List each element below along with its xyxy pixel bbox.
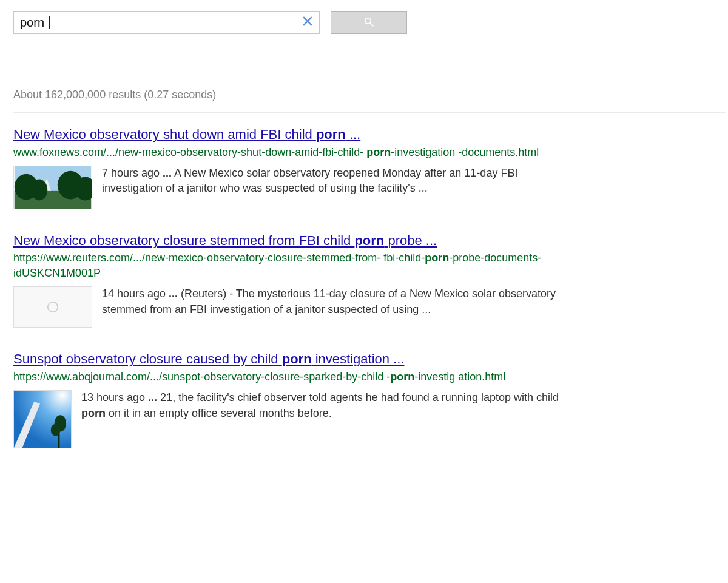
- close-icon: [302, 16, 313, 29]
- snippet-bold: ...: [169, 288, 178, 300]
- search-icon: [363, 16, 374, 29]
- search-button[interactable]: [331, 11, 407, 34]
- snippet-text: 7 hours ago: [102, 167, 163, 179]
- result-title-bold: porn: [354, 233, 384, 248]
- result-title-link[interactable]: New Mexico observatory closure stemmed f…: [13, 233, 437, 248]
- result-thumbnail: [13, 390, 72, 448]
- result-title-text: Sunspot observatory closure caused by ch…: [13, 351, 282, 366]
- snippet-text: 21, the facility's chief observer told a…: [157, 391, 559, 403]
- result-url: https://www.reuters.com/.../new-mexico-o…: [13, 251, 596, 280]
- result-title-suffix: probe ...: [384, 233, 437, 248]
- search-result: New Mexico observatory closure stemmed f…: [13, 232, 608, 328]
- result-url: www.foxnews.com/.../new-mexico-observato…: [13, 145, 596, 160]
- result-snippet: 14 hours ago ... (Reuters) - The mysteri…: [102, 286, 581, 317]
- snippet-bold: porn: [81, 407, 106, 419]
- result-title-suffix: ...: [346, 127, 360, 142]
- result-title-bold: porn: [282, 351, 312, 366]
- snippet-text: 14 hours ago: [102, 288, 169, 300]
- result-title-link[interactable]: New Mexico observatory shut down amid FB…: [13, 127, 360, 142]
- divider: [13, 112, 726, 113]
- result-title-text: New Mexico observatory closure stemmed f…: [13, 233, 354, 248]
- snippet-bold: ...: [163, 167, 172, 179]
- search-result: New Mexico observatory shut down amid FB…: [13, 126, 608, 209]
- svg-point-14: [51, 424, 61, 436]
- search-input[interactable]: [14, 12, 296, 33]
- search-bar: [13, 11, 728, 34]
- clear-search-button[interactable]: [296, 12, 319, 33]
- result-snippet: 7 hours ago ... A New Mexico solar obser…: [102, 166, 581, 197]
- snippet-text: on it in an empty office several months …: [106, 407, 332, 419]
- result-stats: About 162,000,000 results (0.27 seconds): [13, 89, 728, 101]
- result-title-link[interactable]: Sunspot observatory closure caused by ch…: [13, 351, 404, 366]
- result-thumbnail: [13, 166, 92, 209]
- result-title-bold: porn: [316, 127, 346, 142]
- search-result: Sunspot observatory closure caused by ch…: [13, 351, 608, 448]
- search-results: New Mexico observatory shut down amid FB…: [13, 126, 608, 448]
- result-body: 13 hours ago ... 21, the facility's chie…: [13, 390, 608, 448]
- snippet-text: 13 hours ago: [81, 391, 148, 403]
- text-caret: [49, 16, 50, 29]
- result-url: https://www.abqjournal.com/.../sunspot-o…: [13, 369, 596, 384]
- result-snippet: 13 hours ago ... 21, the facility's chie…: [81, 390, 561, 421]
- result-thumbnail: [13, 286, 92, 328]
- snippet-bold: ...: [148, 391, 157, 403]
- result-title-suffix: investigation ...: [312, 351, 405, 366]
- search-box[interactable]: [13, 11, 320, 34]
- svg-line-1: [370, 23, 373, 26]
- result-title-text: New Mexico observatory shut down amid FB…: [13, 127, 316, 142]
- result-body: 14 hours ago ... (Reuters) - The mysteri…: [13, 286, 608, 328]
- result-body: 7 hours ago ... A New Mexico solar obser…: [13, 166, 608, 209]
- svg-point-6: [31, 179, 47, 200]
